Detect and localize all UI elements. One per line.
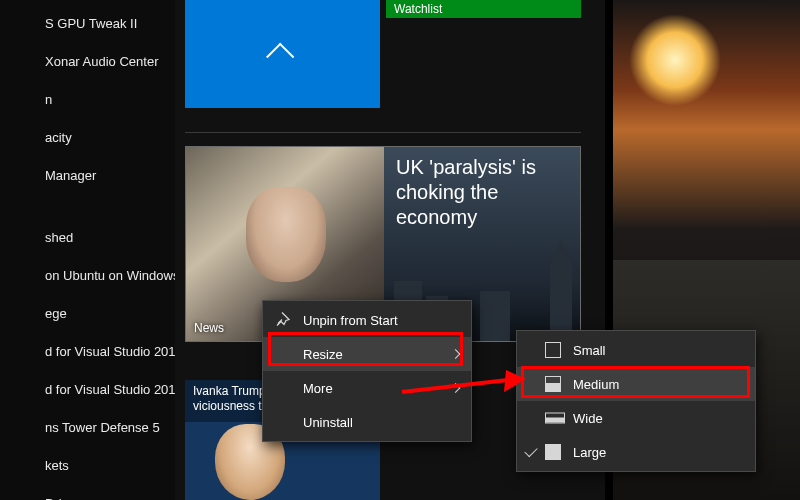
app-list-item[interactable]: Manager [0,157,175,195]
resize-option-large[interactable]: Large [517,435,755,469]
app-list-item[interactable]: shed [0,219,175,257]
resize-option-wide[interactable]: Wide [517,401,755,435]
app-list-item[interactable]: n [0,81,175,119]
size-small-icon [545,342,561,358]
menu-item-more[interactable]: More [263,371,471,405]
chevron-right-icon [451,349,461,359]
app-list-item[interactable]: kets [0,447,175,485]
app-list-item[interactable]: Driver [0,485,175,500]
tile-watchlist[interactable]: Watchlist [386,0,581,18]
tile-label: News [194,321,224,335]
tile-context-menu: Unpin from Start Resize More Uninstall [262,300,472,442]
menu-label: Large [573,445,606,460]
menu-label: Small [573,343,606,358]
app-list-item[interactable]: acity [0,119,175,157]
app-list-item[interactable]: S GPU Tweak II [0,5,175,43]
app-list-item[interactable]: ege [0,295,175,333]
chevron-right-icon [451,383,461,393]
app-list-item[interactable]: d for Visual Studio 2015 [0,333,175,371]
app-list-item[interactable]: d for Visual Studio 2017 [0,371,175,409]
menu-label: More [303,381,333,396]
person-portrait [246,187,326,282]
app-list-item[interactable]: on Ubuntu on Windows [0,257,175,295]
menu-item-uninstall[interactable]: Uninstall [263,405,471,439]
menu-label: Wide [573,411,603,426]
resize-option-small[interactable]: Small [517,333,755,367]
menu-label: Medium [573,377,619,392]
size-wide-icon [545,413,565,424]
menu-label: Resize [303,347,343,362]
chevron-up-icon [266,43,294,71]
news-headline: UK 'paralysis' is choking the economy [396,155,568,230]
app-list-item[interactable]: ns Tower Defense 5 [0,409,175,447]
unpin-icon [275,311,291,330]
size-medium-icon [545,376,561,392]
tile-label: Watchlist [394,2,442,16]
tile-group-divider [185,132,581,133]
menu-label: Unpin from Start [303,313,398,328]
app-list-item[interactable]: Xonar Audio Center [0,43,175,81]
size-large-icon [545,444,561,460]
menu-item-resize[interactable]: Resize [263,337,471,371]
check-icon [524,444,537,457]
start-app-list: S GPU Tweak II Xonar Audio Center n acit… [0,0,175,500]
tile-collapse[interactable] [185,0,380,108]
resize-submenu: Small Medium Wide Large [516,330,756,472]
resize-option-medium[interactable]: Medium [517,367,755,401]
menu-label: Uninstall [303,415,353,430]
menu-item-unpin[interactable]: Unpin from Start [263,303,471,337]
